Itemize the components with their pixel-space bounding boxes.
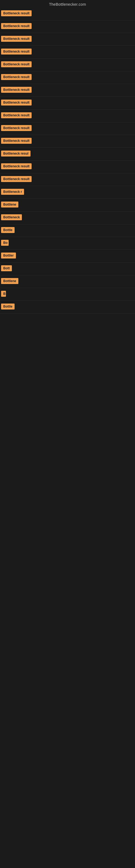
list-item: Bo	[0, 237, 135, 250]
list-item: Bott	[0, 262, 135, 275]
list-item: Bottle	[0, 224, 135, 237]
list-item: Bottlene	[0, 275, 135, 288]
bottleneck-badge[interactable]: Bottleneck result	[1, 49, 32, 55]
bottleneck-badge[interactable]: Bottleneck result	[1, 23, 32, 29]
bottleneck-badge[interactable]: Bottlene	[1, 278, 18, 284]
bottleneck-badge[interactable]: Bottleneck resul	[1, 151, 31, 156]
list-item: Bottleneck result	[0, 161, 135, 173]
list-item: Bottleneck result	[0, 135, 135, 148]
list-item: Bottleneck result	[0, 20, 135, 33]
bottleneck-badge[interactable]: Bottleneck result	[1, 74, 32, 80]
list-item: Bottleneck result	[0, 33, 135, 46]
list-item: Bottleneck result	[0, 110, 135, 122]
bottleneck-badge[interactable]: Bottlene	[1, 202, 18, 208]
bottleneck-badge[interactable]: Bott	[1, 265, 12, 271]
list-item: Bottlene	[0, 199, 135, 212]
bottleneck-badge[interactable]: Bottleneck r	[1, 189, 24, 195]
list-item: Bottleneck result	[0, 122, 135, 135]
bottleneck-badge[interactable]: B	[1, 291, 6, 297]
bottleneck-badge[interactable]: Bottleneck result	[1, 138, 32, 144]
list-item: Bottleneck r	[0, 186, 135, 199]
bottleneck-badge[interactable]: Bottleneck result	[1, 87, 32, 93]
bottleneck-badge[interactable]: Bottleneck result	[1, 99, 32, 105]
list-item: Bottleneck result	[0, 8, 135, 20]
bottleneck-badge[interactable]: Bottle	[1, 304, 14, 310]
bottleneck-badge[interactable]: Bottler	[1, 252, 16, 258]
bottleneck-badge[interactable]: Bottleneck result	[1, 125, 32, 131]
bottleneck-badge[interactable]: Bottleneck result	[1, 36, 32, 42]
list-item: Bottleneck result	[0, 46, 135, 59]
list-item: Bottleneck result	[0, 97, 135, 110]
items-list: Bottleneck resultBottleneck resultBottle…	[0, 8, 135, 314]
list-item: Bottleneck resul	[0, 148, 135, 161]
list-item: Bottleneck result	[0, 71, 135, 84]
bottleneck-badge[interactable]: Bottleneck result	[1, 10, 32, 16]
list-item: Bottleneck result	[0, 59, 135, 71]
bottleneck-badge[interactable]: Bottleneck result	[1, 176, 32, 182]
list-item: B	[0, 288, 135, 301]
bottleneck-badge[interactable]: Bottleneck result	[1, 112, 32, 118]
bottleneck-badge[interactable]: Bottle	[1, 227, 14, 233]
bottleneck-badge[interactable]: Bottleneck	[1, 214, 22, 220]
bottleneck-badge[interactable]: Bottleneck result	[1, 61, 32, 67]
bottleneck-badge[interactable]: Bottleneck result	[1, 163, 32, 169]
site-title-container: TheBottlenecker.com	[0, 0, 135, 8]
site-title: TheBottlenecker.com	[0, 0, 135, 8]
list-item: Bottleneck result	[0, 84, 135, 97]
bottleneck-badge[interactable]: Bo	[1, 240, 9, 246]
list-item: Bottleneck	[0, 212, 135, 224]
list-item: Bottle	[0, 301, 135, 314]
list-item: Bottleneck result	[0, 173, 135, 186]
list-item: Bottler	[0, 250, 135, 262]
